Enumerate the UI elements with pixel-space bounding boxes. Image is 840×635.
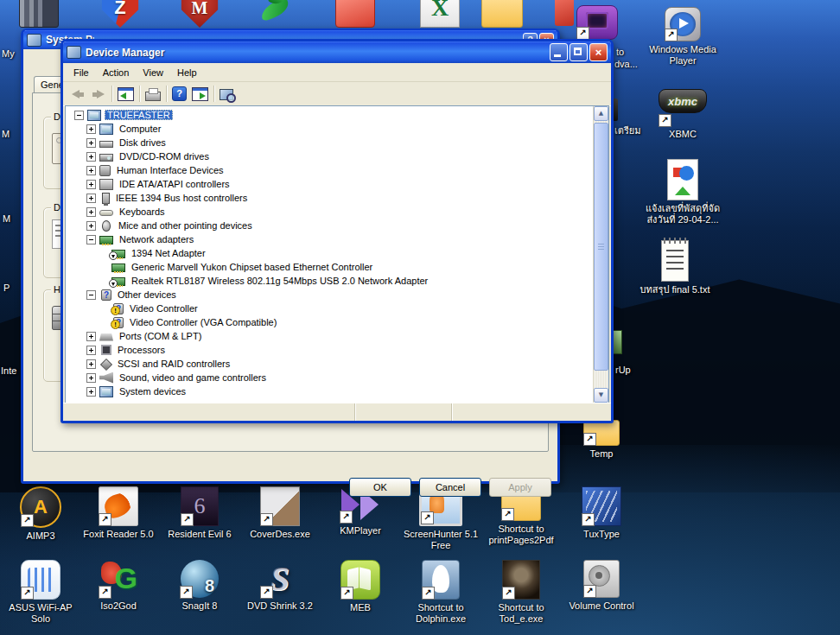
expand-toggle[interactable] [86, 166, 96, 175]
desktop-icon-gba-emulator[interactable]: ↗ [558, 5, 636, 40]
desktop-icon-binder[interactable] [0, 0, 78, 28]
tree-item-processors[interactable]: Processors [67, 343, 593, 357]
desktop-icon-label: MEB [321, 602, 399, 613]
action-pane-icon [192, 87, 208, 101]
desktop-icon-red-notebook[interactable] [316, 0, 394, 28]
menu-view[interactable]: View [136, 65, 170, 80]
tree-item-mice-and-other-pointing-devices[interactable]: Mice and other pointing devices [67, 219, 593, 232]
desktop-icon-yellow-folder[interactable] [463, 0, 541, 28]
expand-toggle[interactable] [74, 111, 84, 120]
tree-item-1394-net-adapter[interactable]: 1394 Net Adapter [67, 246, 593, 260]
expand-toggle[interactable] [86, 194, 96, 203]
resident-evil-6-icon: ↗ [181, 486, 219, 526]
tree-item-system-devices[interactable]: System devices [67, 384, 593, 398]
help-button[interactable] [169, 84, 189, 104]
tree-item-computer[interactable]: Computer [67, 122, 593, 136]
tree-item-video-controller[interactable]: Video Controller [67, 302, 593, 315]
desktop-icon-dvd-shrink[interactable]: ↗DVD Shrink 3.2 [241, 560, 319, 612]
tree-item-sound-video-and-game-controllers[interactable]: Sound, video and game controllers [67, 371, 593, 384]
tree-item-network-adapters[interactable]: Network adapters [67, 232, 593, 246]
expand-toggle[interactable] [86, 359, 96, 369]
expand-toggle[interactable] [86, 180, 96, 189]
forward-icon [91, 87, 106, 101]
maximize-button[interactable] [570, 43, 588, 61]
desktop-icon-zonealarm[interactable] [81, 0, 159, 28]
cancel-button[interactable]: Cancel [419, 478, 481, 497]
icon-detail [675, 187, 690, 195]
desktop-icon-temp[interactable]: ↗Temp [567, 420, 636, 460]
vertical-scrollbar[interactable]: ▲ ▼ [593, 106, 608, 403]
desktop-icon-printpages2pdf[interactable]: ↗Shortcut toprintPages2Pdf [482, 488, 560, 546]
tree-item-realtek-rtl8187-wireless-802-11g-54mbps-usb-2-0-network-adapter[interactable]: Realtek RTL8187 Wireless 802.11g 54Mbps … [67, 274, 593, 288]
tree-item-keyboards[interactable]: Keyboards [67, 205, 593, 219]
aimp3-icon: ↗ [20, 486, 61, 528]
desktop-icon-hummingbird[interactable] [239, 0, 316, 28]
expand-toggle[interactable] [86, 152, 96, 162]
ok-button[interactable]: OK [349, 478, 411, 497]
expand-toggle[interactable] [86, 332, 96, 341]
close-button[interactable]: × [589, 43, 608, 61]
desktop[interactable]: ↗↗Windows MediaPlayer↗XBMCแจ้งเลขที่พัสด… [0, 0, 840, 635]
desktop-icon-coverdes[interactable]: ↗CoverDes.exe [241, 486, 319, 540]
scan-button[interactable] [217, 86, 236, 103]
tree-item-human-interface-devices[interactable]: Human Interface Devices [67, 163, 593, 177]
console-tree-button[interactable] [115, 84, 137, 104]
menu-help[interactable]: Help [170, 65, 204, 80]
tree-item-label: IDE ATA/ATAPI controllers [117, 179, 232, 189]
expand-toggle[interactable] [86, 124, 96, 134]
desktop-icon-iso2god[interactable]: ↗Iso2God [80, 560, 157, 612]
expand-toggle[interactable] [86, 373, 96, 383]
minimize-button[interactable] [550, 43, 568, 61]
action-pane-button[interactable] [189, 84, 211, 104]
tree-item-truefaster[interactable]: TRUEFASTER [67, 108, 593, 122]
expand-toggle[interactable] [86, 346, 96, 355]
desktop-icon-snagit-8[interactable]: ↗SnagIt 8 [161, 560, 239, 612]
scroll-up-button[interactable]: ▲ [594, 106, 608, 121]
windows-media-player-icon: ↗ [665, 7, 701, 41]
tree-item-generic-marvell-yukon-chipset-based-ethernet-controller[interactable]: Generic Marvell Yukon Chipset based Ethe… [67, 260, 593, 274]
tree-item-disk-drives[interactable]: Disk drives [67, 136, 593, 149]
desktop-icon-resident-evil-6[interactable]: ↗Resident Evil 6 [161, 486, 239, 540]
tree-item-dvd-cd-rom-drives[interactable]: DVD/CD-ROM drives [67, 149, 593, 163]
temp-icon: ↗ [583, 420, 620, 446]
print-button[interactable] [143, 85, 163, 104]
tree-item-video-controller-vga-compatible[interactable]: Video Controller (VGA Compatible) [67, 315, 593, 329]
desktop-icon-text-file[interactable]: บทสรุป final 5.txt [619, 240, 731, 295]
shortcut-arrow-icon: ↗ [180, 586, 193, 599]
scrollbar-thumb[interactable] [594, 123, 608, 371]
dvd-shrink-icon: ↗ [261, 560, 299, 598]
text-file-icon [661, 240, 689, 282]
desktop-icon-meb[interactable]: ↗MEB [321, 560, 399, 613]
scroll-down-button[interactable]: ▼ [594, 388, 608, 403]
menu-file[interactable]: File [67, 65, 96, 80]
desktop-icon-windows-media-player[interactable]: ↗Windows MediaPlayer [643, 7, 722, 67]
menu-action[interactable]: Action [96, 65, 137, 80]
expand-toggle[interactable] [86, 138, 96, 148]
tree-item-scsi-and-raid-controllers[interactable]: SCSI and RAID controllers [67, 357, 593, 371]
desktop-icon-aimp3[interactable]: ↗AIMP3 [2, 486, 80, 542]
desktop-icon-volume-control[interactable]: ↗Volume Control [563, 560, 640, 612]
desktop-icon-parcel-doc[interactable]: แจ้งเลขที่พัสดุที่จัดส่งวันที่ 29-04-2..… [641, 159, 724, 225]
expand-toggle[interactable] [86, 221, 96, 231]
expand-toggle[interactable] [86, 235, 96, 244]
tree-item-ports-com-lpt[interactable]: Ports (COM & LPT) [67, 329, 593, 343]
expand-toggle[interactable] [86, 290, 96, 300]
desktop-icon-tod-e[interactable]: ↗Shortcut toTod_e.exe [482, 560, 560, 625]
desktop-icon-tuxtype[interactable]: ↗TuxType [563, 486, 640, 540]
device-manager-titlebar[interactable]: Device Manager × [63, 41, 611, 63]
tree-item-ide-ata-atapi-controllers[interactable]: IDE ATA/ATAPI controllers [67, 177, 593, 191]
expand-toggle[interactable] [86, 387, 96, 397]
tree-item-other-devices[interactable]: Other devices [67, 288, 593, 302]
device-manager-window[interactable]: Device Manager × FileActionViewHelp TRUE… [60, 39, 614, 423]
desktop-icon-mcafee[interactable] [161, 0, 239, 28]
desktop-icon-foxit-reader[interactable]: ↗Foxit Reader 5.0 [80, 486, 157, 540]
scrollbar-track[interactable] [594, 121, 608, 388]
icon-detail [679, 166, 694, 181]
desktop-icon-asus-wifi-ap-solo[interactable]: ↗ASUS WiFi-AP Solo [2, 560, 80, 625]
mcafee-icon [180, 0, 220, 28]
desktop-icon-xbmc[interactable]: ↗XBMC [643, 89, 722, 140]
tree-item-ieee-1394-bus-host-controllers[interactable]: IEEE 1394 Bus host controllers [67, 191, 593, 205]
yellow-folder-icon [481, 0, 523, 28]
expand-toggle[interactable] [86, 207, 96, 217]
desktop-icon-dolphin[interactable]: ↗Shortcut toDolphin.exe [402, 560, 480, 625]
